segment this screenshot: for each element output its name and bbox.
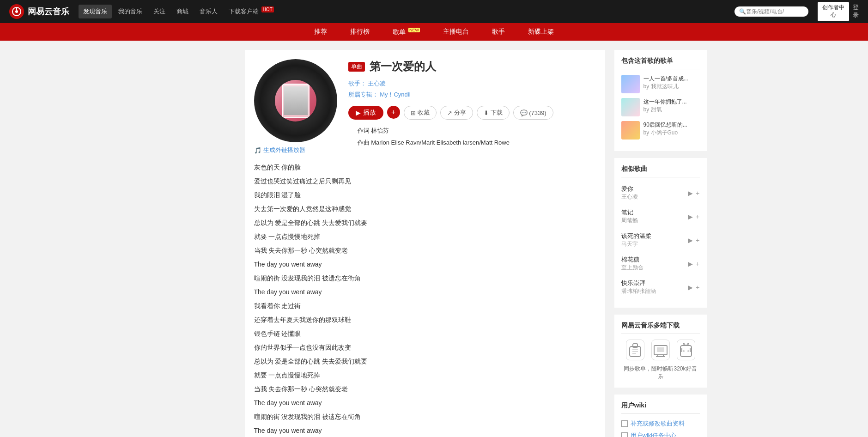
logo-icon: [9, 4, 24, 19]
lyrics-line: 就要 一点点慢慢地死掉: [254, 369, 596, 382]
similar-song-actions: ▶ +: [688, 189, 699, 197]
lyrics-line: 喧闹的街 没发现我的泪 被遗忘在街角: [254, 272, 596, 285]
action-buttons: ▶ 播放 + ⊞ 收藏 ↗ 分享 ⬇ 下载: [348, 106, 596, 120]
subnav-new-albums[interactable]: 新碟上架: [526, 24, 556, 40]
main-wrapper: 🎵 生成外链播放器 单曲 第一次爱的人 歌手： 王心凌 所属专辑： My！Cyn…: [162, 41, 707, 437]
similar-song-actions: ▶ +: [688, 237, 699, 244]
ios-download[interactable]: [626, 340, 644, 360]
comment-button[interactable]: 💬 (7339): [513, 106, 553, 120]
play-similar-icon[interactable]: ▶: [688, 284, 693, 291]
similar-song-info: 笔记 周笔畅: [621, 208, 638, 225]
search-box[interactable]: 🔍: [734, 6, 808, 17]
similar-song-actions: ▶ +: [688, 213, 699, 220]
lyrics-line: 喧闹的街 没发现我的泪 被遗忘在街角: [254, 410, 596, 423]
subnav-recommend[interactable]: 推荐: [312, 24, 329, 40]
hot-badge: HOT: [261, 6, 274, 12]
nav-download[interactable]: 下载客户端 HOT: [224, 4, 279, 18]
android-download[interactable]: [677, 340, 695, 360]
lyrics-line: 还穿着去年夏天我送你的那双球鞋: [254, 313, 596, 326]
lyrics-line: 当我 失去你那一秒 心突然就变老: [254, 244, 596, 257]
album-link[interactable]: My！Cyndil: [380, 91, 410, 98]
download-platforms: [621, 340, 700, 360]
album-meta: 所属专辑： My！Cyndil: [348, 91, 596, 99]
lyrics-line: 你的世界似乎一点也没有因此改变: [254, 341, 596, 354]
wiki-link[interactable]: 补充或修改歌曲资料: [631, 419, 685, 428]
playlist-by: by 小鸽子Guo: [643, 129, 687, 137]
similar-song-name[interactable]: 笔记: [621, 208, 638, 217]
wiki-checkbox[interactable]: [621, 432, 628, 437]
brand-logo[interactable]: 网易云音乐: [9, 4, 69, 19]
similar-song-name[interactable]: 棉花糖: [621, 255, 643, 264]
search-input[interactable]: [746, 8, 804, 15]
subnav-playlists[interactable]: 歌单 NEW: [390, 24, 422, 40]
add-similar-icon[interactable]: +: [696, 260, 699, 267]
playlist-badge: NEW: [408, 28, 420, 32]
subnav-charts[interactable]: 排行榜: [348, 24, 372, 40]
playlist-name[interactable]: 这一年你拥抱了...: [643, 98, 687, 106]
subnav-radio[interactable]: 主播电台: [441, 24, 471, 40]
wiki-link[interactable]: 用户wiki任务中心: [631, 431, 677, 437]
playlist-info: 这一年你拥抱了... by 甜氧: [643, 98, 687, 114]
wiki-section: 用户wiki 补充或修改歌曲资料 用户wiki任务中心: [614, 395, 707, 437]
login-button[interactable]: 登 录: [853, 4, 859, 19]
similar-song-name[interactable]: 快乐崇拜: [621, 279, 656, 287]
similar-song-info: 爱你 王心凌: [621, 185, 638, 201]
nav-discover[interactable]: 发现音乐: [79, 5, 112, 18]
song-title: 第一次爱的人: [370, 59, 436, 74]
lyrics-line: 我的眼泪 湿了脸: [254, 188, 596, 201]
play-button[interactable]: ▶ 播放: [348, 106, 383, 120]
vinyl-record: [254, 59, 337, 142]
download-button[interactable]: ⬇ 下载: [477, 106, 510, 120]
similar-song-item: 笔记 周笔畅 ▶ +: [621, 206, 700, 226]
windows-download[interactable]: [651, 340, 670, 360]
lyrics-line: 总以为 爱是全部的心跳 失去爱我们就要: [254, 355, 596, 368]
play-similar-icon[interactable]: ▶: [688, 213, 693, 220]
nav-my-music[interactable]: 我的音乐: [114, 5, 147, 18]
playlist-by: by 我就这味儿: [643, 83, 688, 91]
wiki-checkbox[interactable]: [621, 420, 628, 427]
artist-link[interactable]: 王心凌: [368, 80, 386, 87]
play-similar-icon[interactable]: ▶: [688, 237, 693, 244]
music-note-icon: 🎵: [254, 147, 261, 154]
lyrics-line: The day you went away: [254, 424, 596, 437]
playlist-info: 一人一首/多首成... by 我就这味儿: [643, 75, 688, 91]
vinyl-center: [275, 80, 316, 121]
similar-song-info: 棉花糖 至上励合: [621, 255, 643, 272]
generate-link[interactable]: 🎵 生成外链播放器: [254, 146, 337, 154]
play-similar-icon[interactable]: ▶: [688, 260, 693, 267]
play-icon: ▶: [356, 109, 361, 116]
add-similar-icon[interactable]: +: [696, 284, 699, 291]
lyrics-line: 总以为 爱是全部的心跳 失去爱我们就要: [254, 216, 596, 229]
similar-song-actions: ▶ +: [688, 284, 699, 291]
add-similar-icon[interactable]: +: [696, 189, 699, 197]
similar-songs-list: 爱你 王心凌 ▶ + 笔记 周笔畅 ▶ + 该死的温柔 马天宇 ▶ + 棉花糖 …: [621, 183, 700, 297]
similar-song-item: 爱你 王心凌 ▶ +: [621, 183, 700, 203]
add-similar-icon[interactable]: +: [696, 213, 699, 220]
lyrics-line: 当我 失去你那一秒 心突然就变老: [254, 382, 596, 395]
collect-button[interactable]: ⊞ 收藏: [404, 106, 437, 120]
play-similar-icon[interactable]: ▶: [688, 189, 693, 197]
comment-icon: 💬: [520, 109, 528, 116]
download-section: 网易云音乐多端下载: [614, 315, 707, 388]
artist-meta: 歌手： 王心凌: [348, 79, 596, 88]
nav-follow[interactable]: 关注: [149, 5, 170, 18]
playlist-name[interactable]: 一人一首/多首成...: [643, 75, 688, 83]
add-button[interactable]: +: [387, 106, 400, 119]
lyrics-line: The day you went away: [254, 285, 596, 298]
similar-song-name[interactable]: 该死的温柔: [621, 232, 651, 240]
similar-song-name[interactable]: 爱你: [621, 185, 638, 193]
similar-song-artist: 周笔畅: [621, 217, 638, 225]
nav-musicians[interactable]: 音乐人: [195, 5, 222, 18]
right-sidebar: 包含这首歌的歌单 一人一首/多首成... by 我就这味儿 这一年你拥抱了...…: [605, 50, 707, 437]
playlist-by: by 甜氧: [643, 106, 687, 114]
nav-store[interactable]: 商城: [172, 5, 193, 18]
lyrics-line: The day you went away: [254, 396, 596, 409]
nav-right-actions: 创作者中 心 登 录: [818, 2, 859, 21]
share-button[interactable]: ↗ 分享: [440, 106, 473, 120]
creator-center-button[interactable]: 创作者中 心: [818, 2, 849, 21]
similar-song-artist: 潘玮柏/张韶涵: [621, 287, 656, 295]
playlist-name[interactable]: 90后回忆想听的...: [643, 121, 687, 129]
add-similar-icon[interactable]: +: [696, 237, 699, 244]
subnav-artists[interactable]: 歌手: [490, 24, 507, 40]
playlist-thumbnail: [621, 75, 640, 93]
